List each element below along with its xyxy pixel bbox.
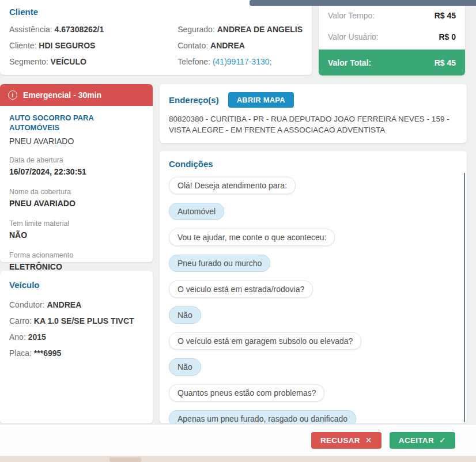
conditions-card-title: Condições [169, 159, 458, 169]
service-subtitle: PNEU AVARIADO [9, 137, 143, 146]
info-icon: i [8, 90, 17, 100]
emergency-banner-label: Emergencial - 30min [23, 90, 101, 100]
valor-usuario-row: Valor Usuário: R$ 0 [319, 25, 465, 48]
client-card: Cliente Assistência: 4.67308262/1 Client… [0, 0, 312, 75]
chat-bubble-answer: Apenas um pneu furado, rasgado ou danifi… [169, 410, 356, 423]
client-name-row: Cliente: HDI SEGUROS [9, 37, 177, 54]
driver-row: Condutor: ANDREA [9, 297, 143, 313]
chat-bubble-answer: Pneu furado ou murcho [169, 255, 270, 272]
valor-total-row: Valor Total: R$ 45 [319, 50, 465, 75]
service-title: AUTO SOCORRO PARA AUTOMÓVEIS [9, 113, 143, 132]
close-icon: ✕ [365, 436, 372, 445]
phone-link[interactable]: (41)99117-3130; [213, 57, 271, 66]
chat-bubble-answer: Não [169, 358, 201, 376]
address-text: 80820380 - CURITIBA - PR - RUA DEPUTADO … [169, 113, 458, 135]
action-footer: RECUSAR ✕ ACEITAR ✓ [0, 424, 476, 456]
phone-row: Telefone: (41)99117-3130; [177, 54, 303, 70]
chat-bubble-answer: Não [169, 306, 201, 324]
chat-bubble-question: O veículo está em garagem subsolo ou ele… [169, 332, 361, 350]
reject-button-label: RECUSAR [320, 436, 360, 445]
address-card: Endereço(s) ABRIR MAPA 80820380 - CURITI… [160, 84, 467, 143]
service-card: i Emergencial - 30min AUTO SOCORRO PARA … [0, 84, 153, 262]
background-window-scroll-thumb [109, 457, 141, 462]
segment-row: Segmento: VEÍCULO [9, 54, 177, 70]
reject-button[interactable]: RECUSAR ✕ [311, 432, 381, 449]
accept-button[interactable]: ACEITAR ✓ [390, 432, 455, 449]
emergency-banner: i Emergencial - 30min [0, 84, 153, 106]
open-map-button[interactable]: ABRIR MAPA [228, 92, 294, 108]
vehicle-card-title: Veículo [9, 280, 143, 290]
accept-button-label: ACEITAR [399, 436, 434, 445]
address-card-title: Endereço(s) [169, 95, 219, 105]
coverage-name-field: Nome da cobertura PNEU AVARIADO [9, 187, 143, 209]
material-limit-field: Tem limite material NÃO [9, 219, 143, 241]
client-card-title: Cliente [9, 7, 303, 17]
car-year-row: Ano: 2015 [9, 329, 143, 345]
assistance-number-row: Assistência: 4.67308262/1 [9, 21, 177, 37]
price-summary-card: Valor Tempo: R$ 45 Valor Usuário: R$ 0 V… [319, 0, 465, 75]
car-model-row: Carro: KA 1.0 SE/SE PLUS TIVCT [9, 313, 143, 329]
top-window-bar [250, 0, 476, 6]
insured-row: Segurado: ANDREA DE ANGELIS [177, 21, 303, 37]
check-icon: ✓ [439, 436, 446, 445]
chat-bubble-question: Olá! Deseja atendimento para: [169, 177, 296, 194]
chat-scrollbar[interactable] [464, 173, 465, 422]
chat-bubble-answer: Automóvel [169, 203, 224, 220]
vehicle-card: Veículo Condutor: ANDREA Carro: KA 1.0 S… [0, 271, 153, 423]
contact-row: Contato: ANDREA [177, 37, 303, 54]
chat-bubble-question: O veiculo está em estrada/rodovia? [169, 281, 313, 298]
open-date-field: Data de abertura 16/07/2024, 22:30:51 [9, 156, 143, 177]
chat-bubble-question: Vou te ajudar, me conte o que aconteceu: [169, 229, 335, 246]
background-window-strip [0, 456, 476, 462]
conditions-card: Condições Olá! Deseja atendimento para: … [160, 151, 467, 423]
chat-bubble-question: Quantos pneus estão com problemas? [169, 384, 324, 402]
plate-row: Placa: ***6995 [9, 345, 143, 361]
chat-transcript: Olá! Deseja atendimento para: Automóvel … [169, 177, 458, 423]
activation-type-field: Forma acionamento ELETRÔNICO [9, 251, 143, 272]
